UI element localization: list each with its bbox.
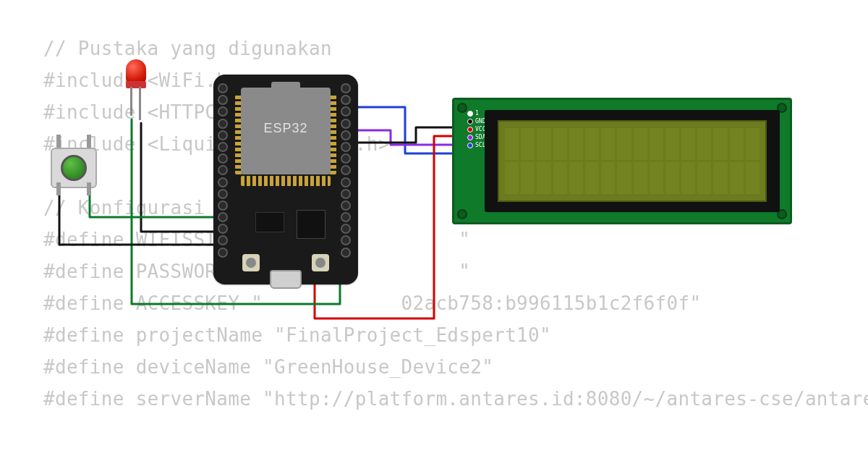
esp32-pin: [341, 248, 351, 258]
lcd-cell: [585, 128, 599, 160]
push-button[interactable]: [45, 138, 103, 193]
esp32-pins-right: [341, 83, 354, 258]
lcd-i2c-pin-scl: SCL: [467, 142, 485, 148]
lcd-i2c-pin-vcc: VCC: [467, 126, 485, 132]
lcd-cell: [713, 128, 727, 160]
lcd-i2c-header: 1GNDVCCSDASCL: [467, 110, 485, 148]
lcd-row-0: [505, 128, 760, 160]
lcd-cell: [585, 162, 599, 194]
esp32-pin: [218, 106, 228, 117]
esp32-pin: [341, 200, 351, 211]
esp32-boot-button[interactable]: [312, 254, 329, 271]
lcd-cell: [553, 128, 567, 160]
esp32-pin: [218, 189, 228, 199]
lcd-cell: [650, 128, 663, 160]
lcd-cell: [569, 128, 583, 160]
esp32-pin: [341, 83, 351, 93]
esp32-board[interactable]: ESP32: [213, 75, 358, 284]
esp32-pin: [218, 248, 228, 258]
esp32-pin: [218, 153, 228, 164]
lcd-cell: [553, 162, 567, 194]
button-pin: [87, 182, 91, 195]
lcd-cell: [634, 162, 647, 194]
esp32-regulator-chip: [255, 212, 284, 232]
esp32-pin: [341, 95, 351, 105]
lcd-cell: [617, 162, 631, 194]
led-anode: [139, 87, 141, 120]
lcd-glass: [498, 120, 767, 202]
lcd-cell: [521, 128, 535, 160]
lcd-i2c-pin-sda: SDA: [467, 134, 485, 140]
lcd-cell: [521, 162, 535, 194]
esp32-pin: [341, 189, 351, 199]
esp32-pin: [341, 165, 351, 175]
esp32-pin: [218, 142, 228, 152]
esp32-pin: [341, 212, 351, 222]
esp32-pads-bottom: [241, 176, 331, 186]
esp32-label: ESP32: [241, 121, 331, 136]
lcd-cell: [665, 128, 679, 160]
lcd-cell: [730, 162, 744, 194]
lcd-cell: [505, 162, 519, 194]
esp32-pin: [341, 130, 351, 140]
lcd-cell: [634, 128, 647, 160]
lcd-cell: [697, 128, 711, 160]
esp32-pin: [218, 224, 228, 234]
esp32-pin: [218, 165, 228, 175]
led-red[interactable]: [122, 59, 150, 117]
esp32-pin: [218, 200, 228, 211]
esp32-pin: [218, 130, 228, 140]
lcd-i2c-pin-1: 1: [467, 110, 485, 117]
button-pin: [56, 182, 61, 195]
lcd-i2c-pin-gnd: GND: [467, 118, 485, 124]
lcd-cell: [537, 162, 550, 194]
esp32-pin: [341, 224, 351, 234]
lcd-cell: [617, 128, 631, 160]
esp32-pin: [218, 177, 228, 187]
esp32-pin: [341, 177, 351, 187]
lcd-cell: [569, 162, 583, 194]
esp32-usb-port: [270, 270, 302, 289]
lcd-cell: [681, 162, 695, 194]
esp32-pin: [218, 235, 228, 245]
esp32-pin: [218, 83, 228, 93]
button-pin: [87, 135, 91, 148]
esp32-pins-left: [218, 83, 231, 258]
lcd-cell: [746, 162, 760, 194]
button-cap: [61, 155, 87, 181]
lcd-cell: [697, 162, 711, 194]
esp32-pin: [341, 153, 351, 164]
led-cathode: [130, 87, 132, 116]
lcd-cell: [505, 128, 519, 160]
esp32-pin: [218, 212, 228, 222]
lcd-cell: [601, 128, 615, 160]
lcd-cell: [601, 162, 615, 194]
lcd-row-1: [505, 162, 760, 194]
esp32-usb-chip: [299, 212, 323, 237]
esp32-pin: [341, 235, 351, 245]
esp32-pin: [341, 119, 351, 129]
lcd-cell: [537, 128, 550, 160]
esp32-pin: [341, 106, 351, 117]
lcd-bezel: [485, 110, 780, 212]
esp32-pin: [218, 95, 228, 105]
button-pin: [56, 135, 61, 148]
lcd-cell: [746, 128, 760, 160]
esp32-rf-shield: ESP32: [241, 88, 331, 174]
lcd-cell: [650, 162, 663, 194]
led-base: [126, 81, 146, 88]
lcd-screw: [457, 209, 467, 219]
lcd-16x2[interactable]: 1GNDVCCSDASCL: [452, 98, 792, 224]
lcd-cell: [665, 162, 679, 194]
lcd-screw: [457, 103, 467, 113]
esp32-pin: [341, 142, 351, 152]
lcd-cell: [681, 128, 695, 160]
esp32-en-button[interactable]: [242, 254, 260, 271]
lcd-cell: [713, 162, 727, 194]
lcd-cell: [730, 128, 744, 160]
led-bulb: [126, 59, 146, 84]
esp32-pin: [218, 119, 228, 129]
